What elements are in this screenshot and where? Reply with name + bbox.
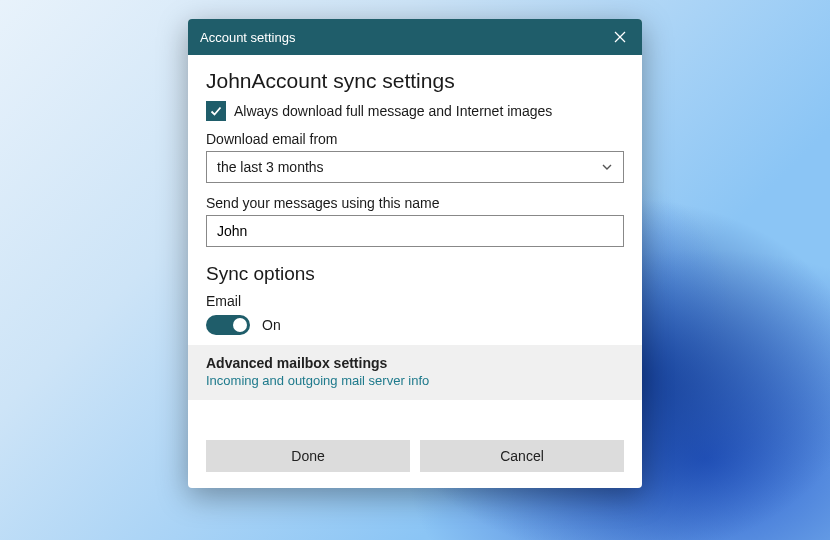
toggle-knob xyxy=(233,318,247,332)
checkmark-icon xyxy=(209,104,223,118)
email-toggle-state: On xyxy=(262,317,281,333)
advanced-mailbox-settings[interactable]: Advanced mailbox settings Incoming and o… xyxy=(188,345,642,400)
display-name-label: Send your messages using this name xyxy=(206,195,624,211)
dialog-content: JohnAccount sync settings Always downloa… xyxy=(188,55,642,400)
chevron-down-icon xyxy=(601,161,613,173)
page-title: JohnAccount sync settings xyxy=(206,69,624,93)
titlebar: Account settings xyxy=(188,19,642,55)
email-toggle-label: Email xyxy=(206,293,624,309)
display-name-input[interactable] xyxy=(206,215,624,247)
download-from-value: the last 3 months xyxy=(217,159,324,175)
always-download-row: Always download full message and Interne… xyxy=(206,101,624,121)
download-from-label: Download email from xyxy=(206,131,624,147)
advanced-title: Advanced mailbox settings xyxy=(206,355,624,371)
account-settings-dialog: Account settings JohnAccount sync settin… xyxy=(188,19,642,488)
email-toggle[interactable] xyxy=(206,315,250,335)
email-toggle-row: On xyxy=(206,315,624,335)
download-from-select[interactable]: the last 3 months xyxy=(206,151,624,183)
window-title: Account settings xyxy=(200,30,295,45)
cancel-button[interactable]: Cancel xyxy=(420,440,624,472)
sync-options-heading: Sync options xyxy=(206,263,624,285)
always-download-label: Always download full message and Interne… xyxy=(234,103,552,119)
always-download-checkbox[interactable] xyxy=(206,101,226,121)
done-button[interactable]: Done xyxy=(206,440,410,472)
close-button[interactable] xyxy=(610,27,630,47)
advanced-subtitle: Incoming and outgoing mail server info xyxy=(206,373,624,388)
close-icon xyxy=(614,31,626,43)
dialog-buttons: Done Cancel xyxy=(188,400,642,488)
